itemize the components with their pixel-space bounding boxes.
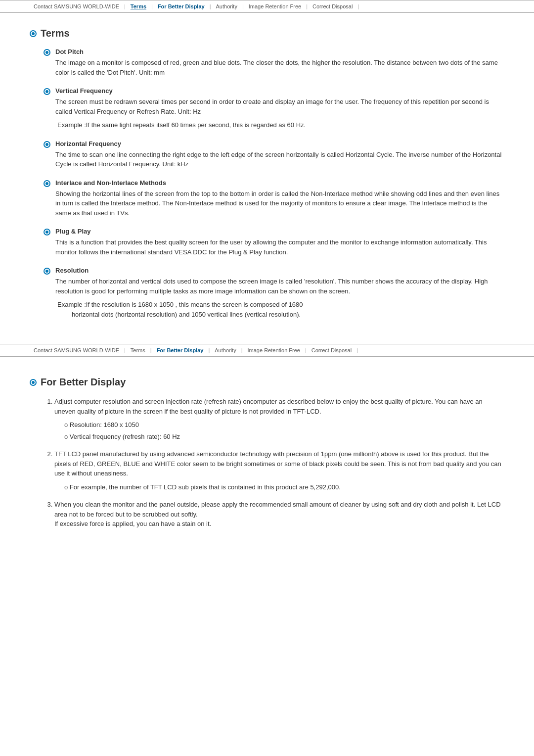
term-dot-pitch-body: The image on a monitor is composed of re… xyxy=(44,58,504,77)
sub-item-tft-pixels: For example, the number of TFT LCD sub p… xyxy=(64,482,504,492)
better-display-item-2-sublist: For example, the number of TFT LCD sub p… xyxy=(54,482,504,492)
better-display-item-1-text: Adjust computer resolution and screen in… xyxy=(54,398,483,415)
sub-item-resolution: Resolution: 1680 x 1050 xyxy=(64,420,504,430)
section2-bullet xyxy=(30,379,37,386)
bottom-nav-image-retention[interactable]: Image Retention Free xyxy=(244,347,304,353)
term-resolution-title: Resolution xyxy=(55,267,89,274)
term-resolution: Resolution The number of horizontal and … xyxy=(30,267,504,319)
term-vertical-freq: Vertical Frequency The screen must be re… xyxy=(30,87,504,130)
nav-contact[interactable]: Contact SAMSUNG WORLD-WIDE xyxy=(30,3,123,9)
term-resolution-example: Example :If the resolution is 1680 x 105… xyxy=(44,300,504,319)
term-interlace-body: Showing the horizontal lines of the scre… xyxy=(44,189,504,218)
term-interlace: Interlace and Non-Interlace Methods Show… xyxy=(30,179,504,218)
bottom-nav-sep-2: | xyxy=(149,347,153,353)
term-plug-play-bullet xyxy=(44,229,50,236)
section1-header: Terms xyxy=(30,28,504,39)
nav-terms[interactable]: Terms xyxy=(127,3,150,9)
nav-sep-4: | xyxy=(241,3,245,9)
nav-image-retention[interactable]: Image Retention Free xyxy=(245,3,305,9)
term-dot-pitch-bullet xyxy=(44,49,50,56)
term-vertical-freq-title: Vertical Frequency xyxy=(55,87,113,94)
nav-better-display[interactable]: For Better Display xyxy=(154,3,209,9)
nav-sep-2: | xyxy=(150,3,154,9)
bottom-nav-authority[interactable]: Authority xyxy=(211,347,240,353)
term-plug-play-body: This is a function that provides the bes… xyxy=(44,237,504,257)
bottom-nav-better-display[interactable]: For Better Display xyxy=(153,347,208,353)
bottom-nav-sep-1: | xyxy=(123,347,127,353)
nav-sep-5: | xyxy=(305,3,309,9)
term-vertical-freq-bullet xyxy=(44,88,50,95)
bottom-nav-correct-disposal[interactable]: Correct Disposal xyxy=(308,347,356,353)
term-plug-play: Plug & Play This is a function that prov… xyxy=(30,228,504,257)
better-display-list: Adjust computer resolution and screen in… xyxy=(40,397,504,529)
term-resolution-header: Resolution xyxy=(44,267,504,275)
term-interlace-header: Interlace and Non-Interlace Methods xyxy=(44,179,504,187)
term-plug-play-header: Plug & Play xyxy=(44,228,504,236)
nav-authority[interactable]: Authority xyxy=(212,3,241,9)
term-horizontal-freq-bullet xyxy=(44,141,50,148)
bottom-nav-terms[interactable]: Terms xyxy=(127,347,149,353)
term-plug-play-title: Plug & Play xyxy=(55,228,91,235)
bottom-nav-sep-4: | xyxy=(240,347,244,353)
better-display-item-2-text: TFT LCD panel manufactured by using adva… xyxy=(54,450,501,477)
main-content: Terms Dot Pitch The image on a monitor i… xyxy=(0,13,534,339)
term-horizontal-freq-body: The time to scan one line connecting the… xyxy=(44,150,504,169)
nav-sep-1: | xyxy=(123,3,127,9)
section2-header: For Better Display xyxy=(30,377,504,388)
section1-bullet xyxy=(30,30,37,37)
term-interlace-bullet xyxy=(44,180,50,187)
section1-title: Terms xyxy=(41,28,70,39)
top-nav: Contact SAMSUNG WORLD-WIDE | Terms | For… xyxy=(0,0,534,13)
better-display-item-3-text: When you clean the monitor and the panel… xyxy=(54,501,501,527)
section2-title: For Better Display xyxy=(41,377,126,388)
better-display-item-3: When you clean the monitor and the panel… xyxy=(54,500,504,529)
better-display-item-2: TFT LCD panel manufactured by using adva… xyxy=(54,449,504,492)
term-resolution-bullet xyxy=(44,268,50,275)
nav-correct-disposal[interactable]: Correct Disposal xyxy=(309,3,356,9)
term-vertical-freq-example: Example :If the same light repeats itsel… xyxy=(44,120,504,130)
bottom-nav-contact[interactable]: Contact SAMSUNG WORLD-WIDE xyxy=(30,347,123,353)
sub-item-vertical-freq: Vertical frequency (refresh rate): 60 Hz xyxy=(64,432,504,442)
bottom-nav-sep-3: | xyxy=(207,347,211,353)
term-interlace-title: Interlace and Non-Interlace Methods xyxy=(55,179,166,187)
term-resolution-body: The number of horizontal and vertical do… xyxy=(44,277,504,296)
better-display-item-1: Adjust computer resolution and screen in… xyxy=(54,397,504,441)
better-display-item-1-sublist: Resolution: 1680 x 1050 Vertical frequen… xyxy=(54,420,504,441)
bottom-nav-sep-5: | xyxy=(304,347,308,353)
bottom-nav-sep-6: | xyxy=(356,347,359,353)
term-horizontal-freq: Horizontal Frequency The time to scan on… xyxy=(30,140,504,169)
term-dot-pitch: Dot Pitch The image on a monitor is comp… xyxy=(30,48,504,77)
term-vertical-freq-header: Vertical Frequency xyxy=(44,87,504,95)
section2-content: For Better Display Adjust computer resol… xyxy=(0,362,534,547)
term-dot-pitch-header: Dot Pitch xyxy=(44,48,504,56)
bottom-nav: Contact SAMSUNG WORLD-WIDE | Terms | For… xyxy=(0,344,534,357)
nav-sep-6: | xyxy=(356,3,360,9)
term-dot-pitch-title: Dot Pitch xyxy=(55,48,84,55)
term-vertical-freq-body: The screen must be redrawn several times… xyxy=(44,97,504,116)
term-horizontal-freq-title: Horizontal Frequency xyxy=(55,140,121,147)
term-horizontal-freq-header: Horizontal Frequency xyxy=(44,140,504,148)
nav-sep-3: | xyxy=(209,3,212,9)
